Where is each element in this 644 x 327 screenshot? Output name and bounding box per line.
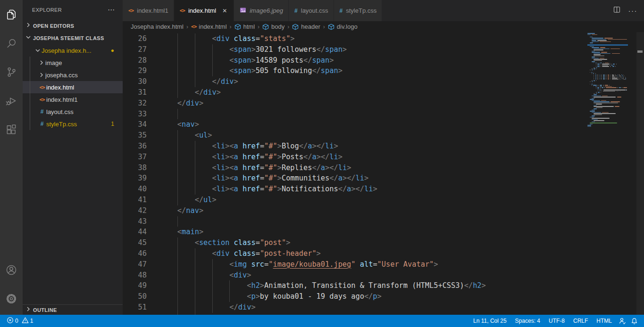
line-number[interactable]: 38 [123,163,147,173]
notifications-bell-icon[interactable] [628,315,640,327]
more-actions-button[interactable]: ··· [628,7,638,15]
line-number[interactable]: 31 [123,87,147,98]
line-number[interactable]: 33 [123,109,147,120]
chevron-right-icon [25,305,32,315]
line-number[interactable]: 49 [123,280,147,291]
breadcrumb-item-body[interactable]: body [262,23,284,30]
workspace-section[interactable]: JOSEPHA STEEMIT CLASS [23,32,123,44]
tree-file-styletp-css[interactable]: #styleTp.css1 [23,118,123,130]
line-number[interactable]: 43 [123,216,147,227]
symbol-icon [328,24,335,30]
warning-count: 1 [30,318,33,324]
tree-folder-josepha-index-h-[interactable]: Josepha index.h...● [23,44,123,57]
line-number[interactable]: 39 [123,173,147,184]
split-editor-button[interactable] [613,6,621,16]
outline-section[interactable]: OUTLINE [23,304,123,315]
css-file-icon: # [38,108,46,115]
chevron-down-icon [34,47,42,54]
line-number[interactable]: 36 [123,141,147,152]
views-and-more-actions-button[interactable]: ⋯ [106,6,117,14]
line-number[interactable]: 51 [123,302,147,313]
status-language-mode[interactable]: HTML [592,315,616,327]
code-line-40: 40 <li><a href="#">Notifications</a></li… [123,184,486,195]
status-encoding[interactable]: UTF-8 [544,315,569,327]
line-number[interactable]: 35 [123,130,147,141]
chevron-down-icon [25,33,32,43]
tree-file-index-html1[interactable]: <>index.html1 [23,93,123,106]
tab-label: index.html [188,7,216,14]
code-line-37: 37 <li><a href="#">Posts</a></li> [123,152,486,163]
activity-bar-run-debug-icon[interactable] [0,86,23,115]
line-number[interactable]: 45 [123,237,147,248]
tab-styletp-css[interactable]: #styleTp.css [334,0,383,21]
line-number[interactable]: 29 [123,65,147,76]
tree-folder-image[interactable]: image [23,57,123,69]
breadcrumb-item-html[interactable]: html [234,23,255,30]
chevron-right-icon [38,59,45,66]
tree-item-label: image [45,59,123,66]
tree-folder-josepha-ccs[interactable]: josepha.ccs [23,69,123,81]
code-line-51: 51 </div> [123,302,486,313]
line-number[interactable]: 44 [123,227,147,237]
code-line-48: 48 <div> [123,270,486,281]
breadcrumb-item-josepha-index-html[interactable]: Josepha index.html [131,23,184,30]
activity-bar-explorer-icon[interactable] [0,0,23,29]
status-cursor-position[interactable]: Ln 11, Col 25 [469,315,511,327]
close-icon[interactable]: ✕ [221,8,228,14]
breadcrumb-separator: › [230,24,232,30]
tab-label: index.html1 [137,7,168,14]
breadcrumb-separator: › [258,24,259,30]
line-number[interactable]: 28 [123,55,147,66]
status-indentation[interactable]: Spaces: 4 [511,315,544,327]
activity-bar-source-control-icon[interactable] [0,57,23,86]
line-number[interactable]: 41 [123,195,147,205]
line-number[interactable]: 30 [123,76,147,87]
problems-indicator[interactable]: 0 1 [5,315,35,327]
line-number[interactable]: 48 [123,270,147,281]
breadcrumb-item-div-logo[interactable]: div.logo [328,23,358,30]
code-editor[interactable]: 26 <div class="stats">27 <span>3021 foll… [123,32,644,315]
symbol-icon [292,24,299,30]
code-line-46: 46 <div class="post-header"> [123,248,486,259]
code-line-50: 50 <p>by kouba01 - 19 days ago</p> [123,291,486,302]
breadcrumb-label: index.html [199,23,226,30]
workspace-label: JOSEPHA STEEMIT CLASS [33,35,104,41]
tree-file-index-html[interactable]: <>index.html [23,81,123,93]
activity-bar-account-icon[interactable] [0,255,23,284]
line-number[interactable]: 26 [123,33,147,44]
line-number[interactable]: 50 [123,291,147,302]
activity-bar-search-icon[interactable] [0,29,23,57]
breadcrumb-separator: › [323,24,325,30]
tree-file-layout-css[interactable]: #layout.css [23,106,123,118]
status-eol[interactable]: CRLF [569,315,592,327]
line-number[interactable]: 27 [123,44,147,55]
tree-item-label: josepha.ccs [45,72,123,79]
tab-index-html[interactable]: <>index.html✕ [174,0,234,21]
tree-item-label: index.html [46,84,123,91]
tab-layout-css[interactable]: #layout.css [289,0,334,21]
code-line-26: 26 <div class="stats"> [123,33,486,44]
feedback-icon[interactable] [616,315,628,327]
breadcrumb-label: header [301,23,320,30]
problems-badge: 1 [111,121,114,127]
line-number[interactable]: 47 [123,259,147,270]
minimap[interactable] [587,32,628,315]
scrollbar-overview-ruler[interactable] [636,32,644,315]
line-number[interactable]: 37 [123,152,147,163]
activity-bar-extensions-icon[interactable] [0,115,23,144]
line-number[interactable]: 40 [123,184,147,195]
breadcrumb-item-index-html[interactable]: <>index.html [191,23,227,30]
open-editors-section[interactable]: OPEN EDITORS [23,20,123,32]
html-file-icon: <> [180,8,185,14]
line-number[interactable]: 34 [123,119,147,130]
code-line-42: 42 </nav> [123,205,486,216]
tab-image6-jpeg[interactable]: image6.jpeg [234,0,289,21]
activity-bar-settings-icon[interactable] [0,284,23,313]
line-number[interactable]: 32 [123,98,147,109]
breadcrumb-label: div.logo [337,23,358,30]
line-number[interactable]: 42 [123,205,147,216]
tab-index-html1[interactable]: <>index.html1 [123,0,174,21]
line-number[interactable]: 46 [123,248,147,259]
breadcrumb-item-header[interactable]: header [292,23,320,30]
overview-cursor-marker [637,50,643,53]
